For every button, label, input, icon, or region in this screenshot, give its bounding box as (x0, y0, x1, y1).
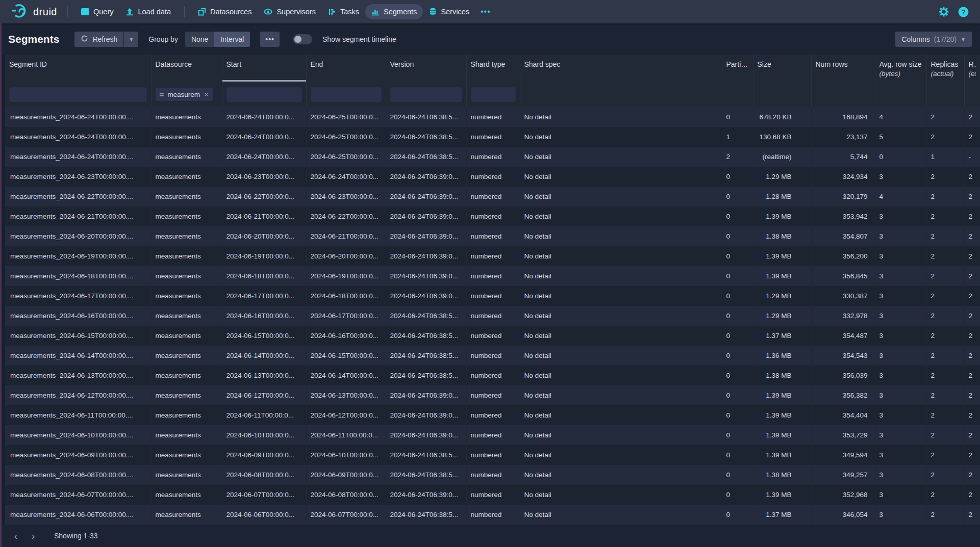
cell-shard-spec[interactable]: No detail (520, 445, 722, 465)
cell-end[interactable]: 2024-06-23T00:00:0... (306, 187, 386, 206)
cell-size[interactable]: 1.29 MB (753, 306, 811, 326)
cell-shard-spec[interactable]: No detail (520, 206, 722, 226)
cell-size[interactable]: 1.37 MB (753, 326, 811, 346)
cell-version[interactable]: 2024-06-24T06:39:0... (386, 246, 466, 266)
cell-start[interactable]: 2024-06-06T00:00:0... (222, 505, 306, 525)
cell-start[interactable]: 2024-06-10T00:00:0... (222, 425, 306, 445)
cell-replication-factor[interactable]: 2 (964, 107, 980, 127)
cell-segment-id[interactable]: measurements_2024-06-24T00:00:00.... (5, 147, 151, 167)
cell-end[interactable]: 2024-06-20T00:00:0... (306, 246, 386, 266)
cell-shard-type[interactable]: numbered (466, 405, 520, 425)
cell-partition[interactable]: 0 (722, 346, 753, 366)
nav-item-query[interactable]: Query (75, 4, 120, 19)
cell-size[interactable]: 1.39 MB (753, 405, 811, 425)
cell-avg-row-size[interactable]: 3 (875, 465, 926, 485)
cell-avg-row-size[interactable]: 3 (875, 206, 926, 226)
cell-partition[interactable]: 1 (722, 127, 753, 147)
cell-partition[interactable]: 0 (722, 187, 753, 206)
cell-version[interactable]: 2024-06-24T06:38:5... (386, 326, 466, 346)
cell-avg-row-size[interactable]: 3 (875, 167, 926, 187)
column-header-shard-spec[interactable]: Shard spec (520, 55, 722, 82)
cell-num-rows[interactable]: 356,039 (811, 366, 875, 385)
cell-segment-id[interactable]: measurements_2024-06-06T00:00:00.... (5, 505, 151, 525)
cell-size[interactable]: 1.37 MB (753, 505, 811, 525)
cell-replication-factor[interactable]: 2 (964, 405, 980, 425)
group-by-interval-button[interactable]: Interval (214, 32, 250, 47)
cell-partition[interactable]: 0 (722, 306, 753, 326)
table-row[interactable]: measurements_2024-06-18T00:00:00....meas… (5, 266, 980, 286)
cell-start[interactable]: 2024-06-12T00:00:0... (222, 385, 306, 405)
cell-version[interactable]: 2024-06-24T06:38:5... (386, 366, 466, 385)
cell-shard-spec[interactable]: No detail (520, 385, 722, 405)
cell-partition[interactable]: 0 (722, 266, 753, 286)
cell-version[interactable]: 2024-06-24T06:38:5... (386, 346, 466, 366)
cell-avg-row-size[interactable]: 3 (875, 505, 926, 525)
cell-shard-type[interactable]: numbered (466, 366, 520, 385)
cell-replication-factor[interactable]: 2 (964, 385, 980, 405)
cell-avg-row-size[interactable]: 5 (875, 127, 926, 147)
cell-size[interactable]: 1.39 MB (753, 246, 811, 266)
column-header-end[interactable]: End (306, 55, 386, 82)
table-row[interactable]: measurements_2024-06-24T00:00:00....meas… (5, 127, 980, 147)
cell-shard-spec[interactable]: No detail (520, 405, 722, 425)
cell-replication-factor[interactable]: 2 (964, 266, 980, 286)
cell-size[interactable]: 1.39 MB (753, 385, 811, 405)
cell-num-rows[interactable]: 353,942 (811, 206, 875, 226)
cell-shard-type[interactable]: numbered (466, 385, 520, 405)
cell-avg-row-size[interactable]: 3 (875, 226, 926, 246)
cell-datasource[interactable]: measurements (151, 485, 222, 505)
cell-start[interactable]: 2024-06-20T00:00:0... (222, 226, 306, 246)
cell-replicas[interactable]: 1 (926, 147, 964, 167)
cell-partition[interactable]: 0 (722, 505, 753, 525)
cell-start[interactable]: 2024-06-16T00:00:0... (222, 306, 306, 326)
cell-avg-row-size[interactable]: 3 (875, 246, 926, 266)
cell-datasource[interactable]: measurements (151, 306, 222, 326)
cell-replicas[interactable]: 2 (926, 167, 964, 187)
cell-version[interactable]: 2024-06-24T06:39:0... (386, 226, 466, 246)
cell-replicas[interactable]: 2 (926, 187, 964, 206)
cell-segment-id[interactable]: measurements_2024-06-24T00:00:00.... (5, 127, 151, 147)
druid-logo[interactable]: druid (8, 4, 60, 20)
column-header-replication-factor[interactable]: Replication factor(expected) (964, 55, 980, 82)
cell-replicas[interactable]: 2 (926, 226, 964, 246)
cell-end[interactable]: 2024-06-07T00:00:0... (306, 505, 386, 525)
cell-replication-factor[interactable]: 2 (964, 346, 980, 366)
cell-size[interactable]: 1.28 MB (753, 187, 811, 206)
cell-end[interactable]: 2024-06-16T00:00:0... (306, 326, 386, 346)
cell-num-rows[interactable]: 349,594 (811, 445, 875, 465)
cell-segment-id[interactable]: measurements_2024-06-09T00:00:00.... (5, 445, 151, 465)
cell-num-rows[interactable]: 354,807 (811, 226, 875, 246)
cell-replicas[interactable]: 2 (926, 405, 964, 425)
cell-start[interactable]: 2024-06-11T00:00:0... (222, 405, 306, 425)
column-header-datasource[interactable]: Datasource (151, 55, 222, 82)
cell-partition[interactable]: 0 (722, 107, 753, 127)
cell-segment-id[interactable]: measurements_2024-06-19T00:00:00.... (5, 246, 151, 266)
cell-num-rows[interactable]: 354,543 (811, 346, 875, 366)
nav-item-tasks[interactable]: Tasks (322, 4, 365, 19)
cell-num-rows[interactable]: 23,137 (811, 127, 875, 147)
cell-replication-factor[interactable]: - (964, 147, 980, 167)
cell-shard-spec[interactable]: No detail (520, 127, 722, 147)
table-row[interactable]: measurements_2024-06-17T00:00:00....meas… (5, 286, 980, 306)
timeline-toggle[interactable] (293, 34, 312, 44)
table-row[interactable]: measurements_2024-06-24T00:00:00....meas… (5, 107, 980, 127)
cell-replicas[interactable]: 2 (926, 366, 964, 385)
cell-end[interactable]: 2024-06-21T00:00:0... (306, 226, 386, 246)
cell-end[interactable]: 2024-06-22T00:00:0... (306, 206, 386, 226)
table-row[interactable]: measurements_2024-06-14T00:00:00....meas… (5, 346, 980, 366)
cell-start[interactable]: 2024-06-17T00:00:0... (222, 286, 306, 306)
cell-shard-spec[interactable]: No detail (520, 187, 722, 206)
start-filter-input[interactable] (227, 87, 302, 102)
cell-segment-id[interactable]: measurements_2024-06-16T00:00:00.... (5, 306, 151, 326)
cell-end[interactable]: 2024-06-25T00:00:0... (306, 127, 386, 147)
cell-num-rows[interactable]: 354,487 (811, 326, 875, 346)
help-icon[interactable]: ? (958, 7, 969, 17)
cell-avg-row-size[interactable]: 3 (875, 286, 926, 306)
cell-avg-row-size[interactable]: 0 (875, 147, 926, 167)
cell-num-rows[interactable]: 324,934 (811, 167, 875, 187)
cell-end[interactable]: 2024-06-24T00:00:0... (306, 167, 386, 187)
cell-replication-factor[interactable]: 2 (964, 226, 980, 246)
group-by-none-button[interactable]: None (185, 32, 214, 47)
cell-version[interactable]: 2024-06-24T06:39:0... (386, 167, 466, 187)
cell-shard-type[interactable]: numbered (466, 505, 520, 525)
